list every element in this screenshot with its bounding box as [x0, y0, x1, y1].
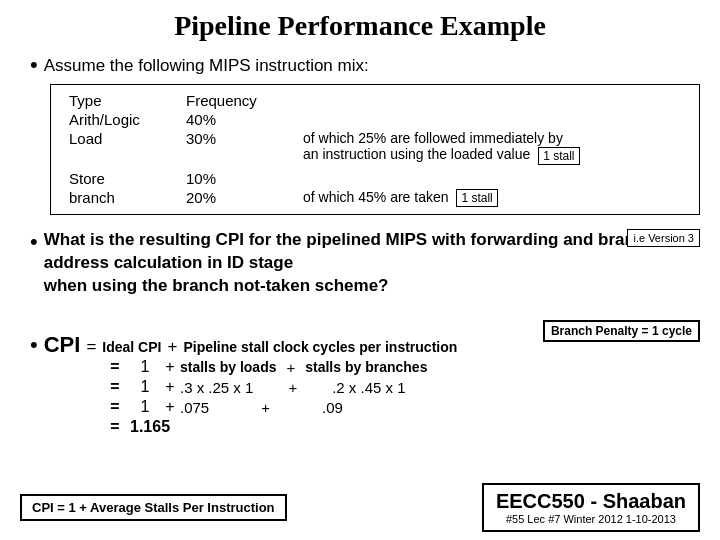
eecc-box: EECC550 - Shaaban #55 Lec #7 Winter 2012…	[482, 483, 700, 532]
arith-type: Arith/Logic	[61, 110, 178, 129]
load-calc: .3 x .25 x 1	[180, 379, 253, 396]
cpi-row-3: = 1 + .075 + .09	[100, 398, 700, 416]
lplus3: +	[261, 399, 270, 416]
branch-note: of which 45% are taken 1 stall	[295, 188, 689, 208]
table-row: Load 30% of which 25% are followed immed…	[61, 129, 689, 165]
footer: CPI = 1 + Average Stalls Per Instruction…	[20, 483, 700, 532]
cpi-formula-box: CPI = 1 + Average Stalls Per Instruction	[20, 494, 287, 521]
cpi-plus: +	[167, 337, 177, 357]
eq1: =	[100, 358, 130, 376]
stall-badge-1: 1 stall	[538, 147, 579, 165]
ie-version-badge: i.e Version 3	[627, 229, 700, 247]
num1: 1	[130, 358, 160, 376]
cpi-row-4: = 1.165	[100, 418, 700, 436]
type-header: Type	[61, 91, 178, 110]
final-cpi: 1.165	[130, 418, 170, 436]
plus3: +	[160, 398, 180, 416]
stalls-loads: stalls by loads	[180, 359, 276, 375]
bullet2-dot: •	[30, 229, 38, 255]
eq2: =	[100, 378, 130, 396]
cpi-calc-rows: = 1 + stalls by loads + stalls by branch…	[100, 358, 700, 436]
bullet3-dot: •	[30, 332, 38, 358]
table-row: Arith/Logic 40%	[61, 110, 689, 129]
eq4: =	[100, 418, 130, 436]
num3: 1	[130, 398, 160, 416]
cpi-row-1: = 1 + stalls by loads + stalls by branch…	[100, 358, 700, 376]
eq3: =	[100, 398, 130, 416]
cpi-row-2: = 1 + .3 x .25 x 1 + .2 x .45 x 1	[100, 378, 700, 396]
cpi-section: • CPI = Ideal CPI + Pipeline stall clock…	[30, 332, 700, 436]
eecc-title: EECC550 - Shaaban	[496, 490, 686, 513]
bullet1-dot: •	[30, 52, 38, 78]
stall-badge-2: 1 stall	[456, 189, 497, 207]
pipeline-stall-label: Pipeline stall clock cycles per instruct…	[183, 339, 457, 355]
load-note: of which 25% are followed immediately by…	[295, 129, 689, 165]
table-row: branch 20% of which 45% are taken 1 stal…	[61, 188, 689, 208]
instruction-table: Type Frequency Arith/Logic 40% Load 30% …	[50, 84, 700, 215]
question-text: What is the resulting CPI for the pipeli…	[44, 230, 655, 295]
cpi-equals: =	[86, 337, 96, 357]
eecc-subtitle: #55 Lec #7 Winter 2012 1-10-2013	[496, 513, 686, 525]
branch-freq: 20%	[178, 188, 295, 208]
store-note	[295, 166, 689, 188]
table-row: Store 10%	[61, 166, 689, 188]
cpi-label: CPI	[44, 332, 81, 358]
lplus2: +	[288, 379, 297, 396]
arith-note	[295, 110, 689, 129]
load-freq: 30%	[178, 129, 295, 165]
store-type: Store	[61, 166, 178, 188]
num2: 1	[130, 378, 160, 396]
note-header	[295, 91, 689, 110]
store-freq: 10%	[178, 166, 295, 188]
slide-title: Pipeline Performance Example	[20, 10, 700, 42]
branch-penalty-badge: Branch Penalty = 1 cycle	[543, 320, 700, 342]
plus2: +	[160, 378, 180, 396]
question-section: • What is the resulting CPI for the pipe…	[30, 229, 700, 318]
stalls-branches: stalls by branches	[305, 359, 427, 375]
lplus1: +	[286, 359, 295, 376]
ideal-cpi-label: Ideal CPI	[102, 339, 161, 355]
bullet1-text: Assume the following MIPS instruction mi…	[44, 56, 369, 76]
question-text-when: when using the branch not-taken scheme?	[44, 276, 389, 295]
plus1: +	[160, 358, 180, 376]
arith-freq: 40%	[178, 110, 295, 129]
load-result: .075	[180, 399, 209, 416]
slide: Pipeline Performance Example • Assume th…	[0, 0, 720, 540]
branch-calc: .2 x .45 x 1	[332, 379, 405, 396]
freq-header: Frequency	[178, 91, 295, 110]
branch-type: branch	[61, 188, 178, 208]
load-type: Load	[61, 129, 178, 165]
branch-result: .09	[322, 399, 343, 416]
table-row: Type Frequency	[61, 91, 689, 110]
